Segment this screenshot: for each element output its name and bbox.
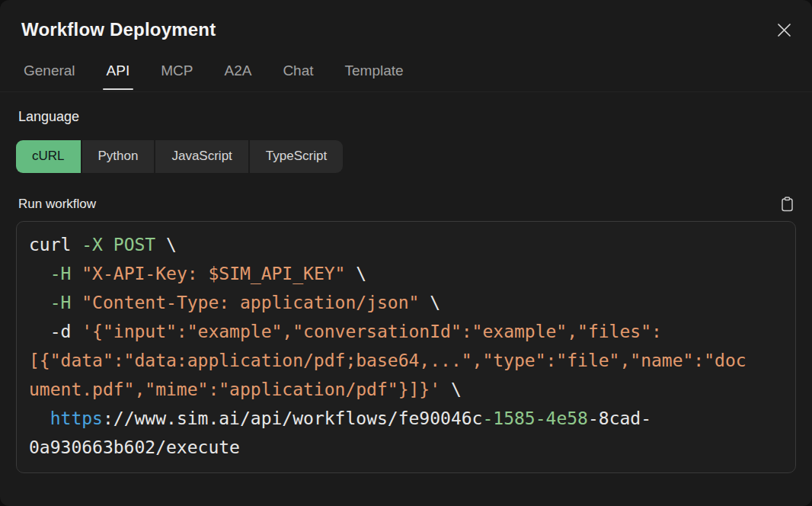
page-title: Workflow Deployment bbox=[21, 19, 791, 40]
code-line: -d '{"input":"example","conversationId":… bbox=[29, 317, 785, 346]
tab-general[interactable]: General bbox=[24, 62, 75, 91]
language-option-python[interactable]: Python bbox=[82, 140, 155, 173]
code-line: 0a930663b602/execute bbox=[29, 433, 785, 462]
code-line: -H "Content-Type: application/json" \ bbox=[29, 288, 785, 317]
language-option-curl[interactable]: cURL bbox=[16, 140, 81, 173]
code-line: ument.pdf","mime":"application/pdf"}]}' … bbox=[29, 375, 785, 404]
clipboard-icon bbox=[780, 196, 794, 212]
code-line: [{"data":"data:application/pdf;base64,..… bbox=[29, 346, 785, 375]
language-option-javascript[interactable]: JavaScript bbox=[155, 140, 248, 173]
code-block: curl -X POST \ -H "X-API-Key: $SIM_API_K… bbox=[16, 221, 796, 473]
modal-header: Workflow Deployment bbox=[0, 0, 812, 40]
tab-template[interactable]: Template bbox=[345, 62, 404, 91]
code-header: Run workflow bbox=[18, 196, 796, 212]
language-option-typescript[interactable]: TypeScript bbox=[250, 140, 343, 173]
tab-api[interactable]: API bbox=[107, 62, 130, 91]
tab-a2a[interactable]: A2A bbox=[224, 62, 251, 91]
modal-content: Language cURLPythonJavaScriptTypeScript … bbox=[0, 109, 812, 473]
code-line: https://www.sim.ai/api/workflows/fe90046… bbox=[29, 404, 785, 433]
language-label: Language bbox=[18, 109, 796, 125]
code-line: curl -X POST \ bbox=[29, 230, 785, 259]
tab-bar: GeneralAPIMCPA2AChatTemplate bbox=[0, 62, 812, 92]
code-line: -H "X-API-Key: $SIM_API_KEY" \ bbox=[29, 259, 785, 288]
code-title: Run workflow bbox=[18, 197, 96, 212]
close-icon bbox=[776, 22, 792, 38]
tab-chat[interactable]: Chat bbox=[283, 62, 313, 91]
copy-button[interactable] bbox=[778, 196, 796, 212]
workflow-deployment-modal: Workflow Deployment GeneralAPIMCPA2AChat… bbox=[0, 0, 812, 506]
tab-mcp[interactable]: MCP bbox=[161, 62, 193, 91]
close-button[interactable] bbox=[774, 20, 794, 40]
language-switcher: cURLPythonJavaScriptTypeScript bbox=[16, 140, 343, 173]
